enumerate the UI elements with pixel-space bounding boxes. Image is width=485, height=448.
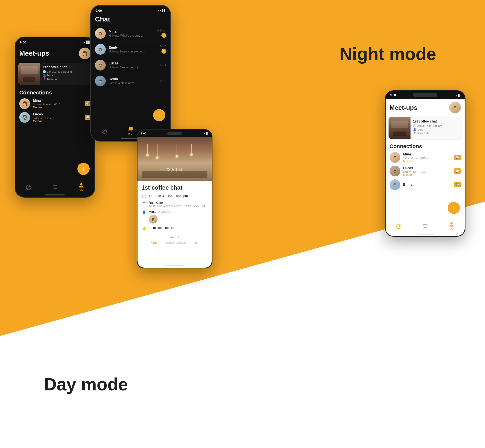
cafe-illustration-1 xyxy=(18,63,40,85)
meetups-screen-dark: Meet-ups 👩 1st coffee chat 🕐 Jan 30, 4:0… xyxy=(15,45,95,198)
nav-compass-1[interactable] xyxy=(25,185,32,190)
person-icon-4: 👤 xyxy=(413,128,416,131)
nav-chat-2[interactable]: Chat xyxy=(127,127,134,136)
compass-icon-2 xyxy=(101,129,107,134)
phone-notch-2 xyxy=(116,6,145,11)
connection-lucas-4[interactable]: 🧔 Lucas 2nd yr Phd - HCDE Mentor 💬 xyxy=(390,166,461,176)
lucas-avatar-1: 🧔 xyxy=(19,112,30,123)
detail-date-row: 🕐 Thu, Jan 30, 4:00 - 5:00 pm xyxy=(141,194,208,198)
pin-icon-detail: 📍 xyxy=(141,201,146,205)
meetup-card-title-1: 1st coffee chat xyxy=(43,65,89,69)
light-cord-2 xyxy=(157,144,158,156)
mina-role-1: 1st year Master - HCID xyxy=(33,103,82,106)
person-icon-detail: 👤 xyxy=(141,210,146,214)
chat-item-kevin[interactable]: 👦 Kevin I am in a class now. Jan 2 xyxy=(91,73,170,89)
fab-add-btn-2[interactable]: + xyxy=(153,109,165,121)
chat-icon-nav-1 xyxy=(52,185,58,190)
phone-light-meetups: 9:00 ▾ ▋ Meet-ups 👩 1st coffee chat 🕐 Ja… xyxy=(385,90,465,237)
lucas-role-1: 3rd year PHD - HCDE xyxy=(33,117,82,120)
status-time-3: 9:00 xyxy=(141,132,146,135)
chat-item-emily[interactable]: 👩 Emily Hi Nora! Hope you are doi... Jan… xyxy=(91,41,170,57)
nav-compass-2[interactable] xyxy=(101,129,107,134)
meetup-card-loc-4: 📍 Rain Cafe xyxy=(413,132,459,135)
yes-button[interactable]: YES xyxy=(151,241,157,244)
reschedule-button[interactable]: RESCHEDULE xyxy=(164,241,186,244)
meetup-card-date-1: 🕐 Jan 30, 4:00-5:00pm xyxy=(43,70,89,73)
connection-mina-4[interactable]: 👩 Mina 1st yr Master - HCID Mentee 💬 xyxy=(390,152,461,163)
lucas-avatar-2: 🧔 xyxy=(95,60,106,71)
lucas-chat-info: Lucas Hi Nora! See u then! :) xyxy=(109,61,157,69)
status-icons-3: ▾ ▋ xyxy=(204,132,208,135)
fab-add-btn-4[interactable]: + xyxy=(448,202,460,214)
mina-name-1: Mina xyxy=(33,99,82,102)
meetups-screen-light: Meet-ups 👩 1st coffee chat 🕐 Jan 30, 4:0… xyxy=(386,99,465,236)
cafe-counter xyxy=(142,171,207,178)
mina-avatar-4: 👩 xyxy=(390,152,400,163)
status-icons-1: ▾▾ ▋▋ xyxy=(82,41,90,44)
detail-date-content: Thu, Jan 30, 4:00 - 5:00 pm xyxy=(149,194,208,198)
mina-chat-btn-1[interactable]: 💬 xyxy=(85,101,91,106)
user-avatar-1[interactable]: 👩 xyxy=(79,48,91,59)
svg-marker-3 xyxy=(103,130,105,132)
nav-compass-4[interactable] xyxy=(396,224,402,229)
connection-lucas-1[interactable]: 🧔 Lucas 3rd year PHD - HCDE Mentor 💬 xyxy=(19,112,91,123)
connection-emily-4[interactable]: 👩 Emily 💬 xyxy=(390,179,461,190)
no-button[interactable]: NO xyxy=(194,241,199,244)
user-avatar-4[interactable]: 👩 xyxy=(449,102,461,113)
connections-title-light: Connections xyxy=(390,143,461,150)
detail-reminder: 30 minutes before xyxy=(149,226,208,230)
wifi-icon-3: ▾ xyxy=(204,132,205,135)
me-icon-4 xyxy=(448,222,455,227)
connections-section-1: Connections 👩 Mina 1st year Master - HCI… xyxy=(15,87,95,127)
phone-light-detail: 9:00 ▾ ▋ ← ··· xyxy=(137,129,212,268)
fab-add-btn-1[interactable]: + xyxy=(77,163,90,175)
wifi-icon-2: ▾▾ xyxy=(158,9,161,12)
phone-dark-chat: 9:00 ▾▾ ▋▋ Chat 👩 Mina Hi Nora! What's t… xyxy=(90,5,171,142)
chat-nav-icon-4 xyxy=(422,224,428,229)
chat-screen: Chat 👩 Mina Hi Nora! What's the time ...… xyxy=(91,13,170,141)
compass-icon-1 xyxy=(25,185,32,190)
mina-chat-meta: 6:50pm 1 xyxy=(157,29,166,38)
emily-chat-btn-4[interactable]: 💬 xyxy=(454,182,461,187)
lucas-chat-btn-4[interactable]: 💬 xyxy=(454,168,461,174)
lucas-badge-4: Mentor xyxy=(403,173,451,176)
mina-badge-1: Mentee xyxy=(33,106,82,109)
nav-me-1[interactable]: Me xyxy=(78,183,84,192)
detail-reminder-row: 🔔 30 minutes before xyxy=(141,226,208,230)
kevin-chat-time: Jan 2 xyxy=(160,80,166,82)
signal-icon-4: ▋ xyxy=(458,94,460,97)
nav-chat-1[interactable] xyxy=(52,185,58,190)
me-label-4: Me xyxy=(450,228,453,231)
chat-item-mina[interactable]: 👩 Mina Hi Nora! What's the time ... 6:50… xyxy=(91,26,170,41)
kevin-avatar: 👦 xyxy=(95,76,106,86)
connection-mina-1[interactable]: 👩 Mina 1st year Master - HCID Mentee 💬 xyxy=(19,98,91,109)
emily-unread-badge: 2 xyxy=(161,49,166,54)
status-icons-2: ▾▾ ▋▋ xyxy=(158,9,166,12)
chat-item-lucas[interactable]: 🧔 Lucas Hi Nora! See u then! :) Jan 4 xyxy=(91,57,170,73)
mina-chat-info: Mina Hi Nora! What's the time ... xyxy=(109,30,154,37)
mina-badge-4: Mentee xyxy=(403,160,451,163)
organizer-avatar-container: 👩 xyxy=(149,215,208,224)
status-icons-4: ▾ ▋ xyxy=(456,94,460,97)
nav-chat-4[interactable] xyxy=(422,224,428,229)
mina-info-1: Mina 1st year Master - HCID Mentee xyxy=(33,99,82,109)
going-label: Going? xyxy=(141,236,208,239)
fab-container-1: + xyxy=(77,163,90,175)
person-icon-1: 👤 xyxy=(43,74,46,77)
lucas-chat-btn-1[interactable]: 💬 xyxy=(85,115,91,120)
wifi-icon-1: ▾▾ xyxy=(82,41,85,44)
mina-chat-btn-4[interactable]: 💬 xyxy=(454,155,461,160)
fab-container-4: + xyxy=(448,202,460,214)
detail-going-section: Going? YES RESCHEDULE NO xyxy=(141,236,208,244)
signal-icon-1: ▋▋ xyxy=(86,41,90,44)
mina-unread-badge: 1 xyxy=(161,33,166,38)
lucas-name-4: Lucas xyxy=(403,166,451,170)
meetup-card-4[interactable]: 1st coffee chat 🕐 Jan 30, 4:00-5:00pm 👤 … xyxy=(389,117,462,139)
phone3-camera xyxy=(167,132,182,135)
meetup-card-1[interactable]: 1st coffee chat 🕐 Jan 30, 4:00-5:00pm 👤 … xyxy=(18,63,92,85)
nav-me-4[interactable]: Me xyxy=(448,222,455,231)
phone-dark-meetups: 9:00 ▾▾ ▋▋ Meet-ups 👩 1st coffee chat 🕐 … xyxy=(15,37,95,198)
lucas-avatar-4: 🧔 xyxy=(390,166,400,176)
lucas-chat-msg: Hi Nora! See u then! :) xyxy=(109,66,157,69)
light-bulb-4 xyxy=(190,153,193,156)
